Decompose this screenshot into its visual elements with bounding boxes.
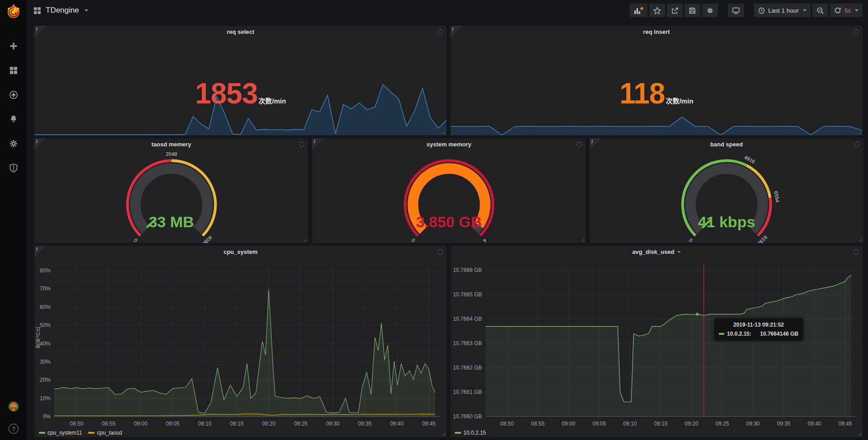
gauge-track	[135, 169, 208, 230]
legend-label: 10.0.2.15	[463, 430, 486, 436]
grafana-logo-icon	[5, 4, 22, 20]
panel-info-icon[interactable]: i	[34, 138, 46, 150]
y-axis-tick-label: 10.7661 GB	[453, 389, 482, 395]
loading-spinner-icon	[437, 29, 443, 35]
y-axis-tick-label: 10.7663 GB	[453, 340, 482, 346]
y-axis-tick-label: 10.7664 GB	[453, 316, 482, 322]
legend-label: cpu_taosd	[97, 430, 122, 436]
panel-req-insert: i req insert 118 次数/min	[450, 26, 863, 136]
panel-title-band-speed[interactable]: band speed	[590, 138, 863, 150]
sparkline-req-insert	[451, 38, 862, 135]
gauge-needle	[702, 220, 710, 228]
gauge-scale-label: 0	[410, 238, 416, 243]
resize-handle-icon[interactable]	[303, 238, 307, 242]
sidebar-menu	[8, 41, 19, 173]
panel-title-taosd-memory[interactable]: taosd memery	[34, 138, 308, 150]
y-axis-tick-label: 10.7665 GB	[453, 291, 482, 298]
tooltip-series-row: 10.0.2.15: 10.7664146 GB	[719, 331, 798, 337]
graph-legend: 10.0.2.15	[455, 430, 486, 436]
resize-handle-icon[interactable]	[441, 130, 446, 135]
help-glyph: ?	[12, 426, 15, 432]
sidebar-item-explore[interactable]	[8, 89, 19, 100]
panel-menu-caret-icon	[677, 251, 681, 253]
avatar-image	[8, 400, 19, 413]
gauge-scale-label: 0	[688, 238, 693, 243]
resize-handle-icon[interactable]	[858, 238, 863, 242]
legend-item[interactable]: cpu_system11	[39, 430, 82, 436]
panel-info-icon[interactable]: i	[312, 138, 324, 150]
panel-info-icon[interactable]: i	[450, 26, 462, 37]
panel-band-speed: i band speed 0491665548192 41 kbps	[590, 138, 863, 243]
cycle-view-mode-button[interactable]	[728, 4, 744, 17]
panel-title-cpu-system[interactable]: cpu_system	[34, 246, 447, 258]
series-color-dash	[39, 432, 45, 434]
gauge-band-speed: 0491665548192	[590, 150, 863, 243]
help-icon[interactable]: ?	[9, 424, 19, 434]
navbar-actions: Last 1 hour 5s	[630, 4, 863, 17]
zoom-out-icon	[816, 7, 824, 14]
info-glyph: i	[36, 26, 38, 32]
refresh-picker[interactable]: 5s	[830, 4, 863, 17]
sidebar-item-dashboards[interactable]	[8, 65, 19, 76]
loading-spinner-icon	[576, 141, 582, 147]
sidebar-item-server-admin[interactable]	[8, 163, 19, 173]
panel-title-req-insert[interactable]: req insert	[450, 26, 863, 38]
panel-title-req-select[interactable]: req select	[34, 26, 447, 38]
resize-handle-icon[interactable]	[441, 432, 446, 436]
star-dashboard-button[interactable]	[649, 4, 665, 17]
panel-info-icon[interactable]: i	[34, 26, 46, 37]
share-dashboard-button[interactable]	[667, 4, 683, 17]
sparkline-svg	[451, 38, 862, 135]
resize-handle-icon[interactable]	[580, 238, 585, 242]
user-avatar[interactable]	[8, 401, 19, 412]
graph-svg: 08:5008:5509:0009:0509:1009:1509:2009:25…	[450, 258, 863, 437]
x-axis-tick-label: 08:50	[500, 421, 514, 427]
x-axis-tick-label: 09:45	[839, 421, 852, 427]
save-dashboard-button[interactable]	[684, 4, 700, 17]
panel-info-icon[interactable]: i	[34, 246, 46, 257]
sidebar-item-alerting[interactable]	[8, 114, 19, 125]
series-color-dash	[455, 432, 461, 434]
x-axis-tick-label: 09:20	[262, 421, 275, 427]
sidebar-item-create[interactable]	[8, 41, 19, 51]
tooltip-series-value: 10.7664146 GB	[760, 331, 798, 337]
graph-legend: cpu_system11cpu_taosd	[39, 430, 122, 436]
gear-icon	[706, 7, 714, 14]
legend-item[interactable]: cpu_taosd	[88, 430, 122, 436]
save-icon	[689, 7, 696, 14]
graph-tooltip: 2019-11-13 09:21:52 10.0.2.15: 10.766414…	[714, 318, 803, 341]
tooltip-series-label: 10.0.2.15:	[727, 331, 751, 337]
gauge-scale-label: 6554	[773, 191, 780, 203]
panel-title-system-memory[interactable]: system memory	[312, 138, 586, 150]
loading-spinner-icon	[437, 249, 443, 255]
sidebar-item-configuration[interactable]	[8, 138, 19, 149]
resize-handle-icon[interactable]	[857, 130, 862, 135]
gear-icon	[9, 139, 19, 149]
clock-icon	[758, 7, 765, 14]
zoom-out-button[interactable]	[812, 4, 828, 17]
resize-handle-icon[interactable]	[857, 432, 862, 436]
panel-info-icon[interactable]: i	[590, 138, 601, 150]
x-axis-tick-label: 08:55	[531, 421, 545, 427]
graph-avg-disk-used[interactable]: 08:5008:5509:0009:0509:1009:1509:2009:25…	[450, 258, 863, 437]
info-glyph: i	[314, 139, 315, 144]
time-range-label: Last 1 hour	[768, 7, 799, 14]
x-axis-tick-label: 09:10	[198, 421, 212, 427]
monitor-icon	[732, 7, 740, 14]
dashboard-picker[interactable]: TDengine	[33, 6, 88, 15]
x-axis-tick-label: 09:15	[230, 421, 244, 427]
dashboard-settings-button[interactable]	[702, 4, 718, 17]
add-panel-button[interactable]	[630, 4, 647, 17]
time-range-picker[interactable]: Last 1 hour	[754, 4, 811, 17]
panel-title-avg-disk-used[interactable]: avg_disk_used	[450, 246, 863, 258]
gauge-scale-label: 4	[482, 238, 488, 243]
x-axis-tick-label: 08:55	[102, 421, 115, 427]
x-axis-tick-label: 09:35	[777, 421, 791, 427]
refresh-interval-label: 5s	[844, 7, 851, 14]
gauge-scale-label: 2048	[165, 151, 177, 157]
legend-item[interactable]: 10.0.2.15	[455, 430, 486, 436]
x-axis-tick-label: 09:05	[593, 421, 606, 427]
x-axis-tick-label: 09:30	[746, 421, 760, 427]
graph-cpu-system[interactable]: 08:5008:5509:0009:0509:1009:1509:2009:25…	[34, 258, 447, 437]
grafana-logo[interactable]	[0, 0, 27, 23]
